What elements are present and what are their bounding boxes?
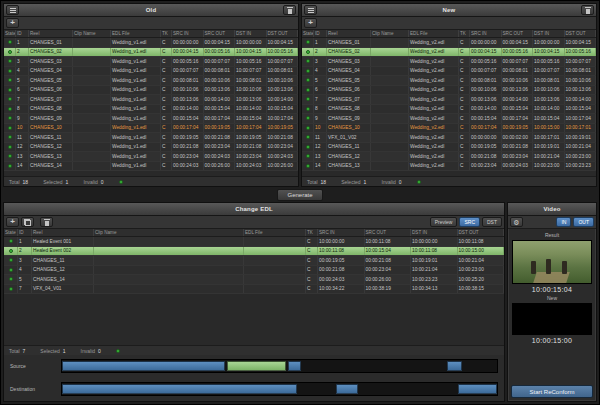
start-reconform-button[interactable]: Start ReConform <box>511 385 593 398</box>
table-row[interactable]: 8CHANGES_08Wedding_v2.edlC00:00:14:0000:… <box>302 105 596 115</box>
cell-src-in: 00:00:05:16 <box>172 57 204 66</box>
cell-clip-name <box>371 38 409 47</box>
table-row[interactable]: 1CHANGES_01Wedding_v2.edlC00:00:00:0000:… <box>302 38 596 48</box>
cell-tk: C <box>459 143 470 152</box>
table-row[interactable]: 6CHANGES_06Wedding_v1.edlC00:00:10:0600:… <box>4 86 298 96</box>
table-row[interactable]: 11VFX_01_V02Wedding_v2.edlC00:00:00:0000… <box>302 133 596 143</box>
table-row[interactable]: 14CHANGES_13Wedding_v2.edlC00:00:23:0400… <box>302 162 596 172</box>
table-row[interactable]: 13CHANGES_12Wedding_v2.edlC00:00:21:0800… <box>302 152 596 162</box>
cell-src-out: 00:00:24:03 <box>204 152 236 161</box>
video-settings-button[interactable]: ⚙ <box>510 217 523 227</box>
table-row[interactable]: 7CHANGES_07Wedding_v2.edlC00:00:13:0600:… <box>302 95 596 105</box>
timeline-segment[interactable] <box>227 361 286 371</box>
table-row[interactable]: 13CHANGES_13Wedding_v1.edlC00:00:23:0400… <box>4 152 298 162</box>
src-toggle-button[interactable]: SRC <box>459 217 480 227</box>
dst-toggle-button[interactable]: DST <box>482 217 502 227</box>
generate-row: Generate <box>1 187 599 202</box>
cell-dst-out: 10:00:05:16 <box>565 48 597 57</box>
old-add-button[interactable]: + <box>6 18 19 28</box>
in-button[interactable]: IN <box>556 217 571 227</box>
cell-dst-out: 10:00:21:04 <box>458 256 505 265</box>
column-header: ID <box>18 229 32 236</box>
cell-dst-in: 10:00:15:04 <box>235 114 267 123</box>
cell-tk: C <box>459 133 470 142</box>
cell-reel: CHANGES_12 <box>32 266 94 275</box>
video-panel: Video ⚙ IN OUT Result 10:00:15:04 <box>507 202 597 402</box>
table-row[interactable]: 4CHANGES_04Wedding_v2.edlC00:00:07:0700:… <box>302 67 596 77</box>
table-row[interactable]: 2CHANGES_02Wedding_v2.edlC00:00:04:1500:… <box>302 48 596 58</box>
cell-edl-file <box>244 285 306 294</box>
table-row[interactable]: 7VFX_04_V01C10:00:34:2210:00:38:1910:00:… <box>4 285 504 295</box>
timeline-segment[interactable] <box>62 361 225 371</box>
new-delete-button[interactable] <box>581 5 594 15</box>
table-row[interactable]: 12CHANGES_12Wedding_v1.edlC00:00:21:0800… <box>4 143 298 153</box>
old-delete-button[interactable] <box>283 5 296 15</box>
table-row[interactable]: 11CHANGES_11Wedding_v1.edlC00:00:19:0500… <box>4 133 298 143</box>
cell-dst-out: 10:00:11:08 <box>458 237 505 246</box>
new-menu-button[interactable] <box>304 5 317 15</box>
change-add-button[interactable]: + <box>6 217 19 227</box>
timeline-segment[interactable] <box>62 384 297 394</box>
cell-reel: CHANGES_03 <box>327 57 371 66</box>
invalid-value: 0 <box>98 348 101 354</box>
table-row[interactable]: 10CHANGES_10Wedding_v2.edlC00:00:17:0400… <box>302 124 596 134</box>
table-row[interactable]: 1Healed Event 001C10:00:00:0010:00:11:08… <box>4 237 504 247</box>
preview-button[interactable]: Preview <box>430 217 458 227</box>
status-dot <box>306 69 310 73</box>
timeline-segment[interactable] <box>458 384 497 394</box>
table-row[interactable]: 2CHANGES_02Wedding_v1.edlC00:00:04:1500:… <box>4 48 298 58</box>
timeline-segment[interactable] <box>336 384 358 394</box>
table-row[interactable]: 1CHANGES_01Wedding_v1.edlC00:00:00:0000:… <box>4 38 298 48</box>
column-header: Reel <box>29 30 73 37</box>
table-row[interactable]: 9CHANGES_09Wedding_v1.edlC00:00:15:0400:… <box>4 114 298 124</box>
column-header: DST IN <box>533 30 565 37</box>
table-row[interactable]: 12CHANGES_11Wedding_v2.edlC00:00:19:0500… <box>302 143 596 153</box>
table-row[interactable]: 8CHANGES_08Wedding_v1.edlC00:00:14:0000:… <box>4 105 298 115</box>
table-row[interactable]: 4CHANGES_12C00:00:21:0800:00:23:0410:00:… <box>4 266 504 276</box>
old-menu-button[interactable] <box>6 5 19 15</box>
cell-src-in: 00:00:10:06 <box>470 86 502 95</box>
timeline-segment[interactable] <box>447 361 462 371</box>
cell-reel: CHANGES_09 <box>327 114 371 123</box>
table-row[interactable]: 3CHANGES_03Wedding_v2.edlC00:00:05:1600:… <box>302 57 596 67</box>
cell-dst-in: 10:00:00:00 <box>533 38 565 47</box>
new-add-button[interactable]: + <box>304 18 317 28</box>
cell-src-in: 00:00:07:07 <box>172 67 204 76</box>
invalid-value: 0 <box>101 179 104 185</box>
table-row[interactable]: 7CHANGES_07Wedding_v1.edlC00:00:13:0600:… <box>4 95 298 105</box>
table-row[interactable]: 5CHANGES_05Wedding_v1.edlC00:00:08:0100:… <box>4 76 298 86</box>
cell-state <box>4 57 16 66</box>
cell-dst-in: 10:00:13:06 <box>235 95 267 104</box>
change-table-header: StateIDReelClip NameEDL FileTKSRC INSRC … <box>4 229 504 237</box>
timeline-segment[interactable] <box>288 361 301 371</box>
cell-edl-file: Wedding_v1.edl <box>111 76 161 85</box>
table-row[interactable]: 9CHANGES_09Wedding_v2.edlC00:00:15:0400:… <box>302 114 596 124</box>
cell-edl-file <box>244 247 306 256</box>
cell-reel: CHANGES_13 <box>327 162 371 171</box>
cell-src-out: 00:00:21:08 <box>204 133 236 142</box>
change-duplicate-button[interactable] <box>21 217 34 227</box>
table-row[interactable]: 3CHANGES_03Wedding_v1.edlC00:00:05:1600:… <box>4 57 298 67</box>
table-row[interactable]: 6CHANGES_06Wedding_v2.edlC00:00:10:0600:… <box>302 86 596 96</box>
destination-timeline-track[interactable] <box>61 382 498 396</box>
table-row[interactable]: 4CHANGES_04Wedding_v1.edlC00:00:07:0700:… <box>4 67 298 77</box>
cell-dst-in: 10:00:15:04 <box>533 114 565 123</box>
out-button[interactable]: OUT <box>573 217 594 227</box>
table-row[interactable]: 2Healed Event 002C10:00:11:0810:00:15:04… <box>4 247 504 257</box>
table-row[interactable]: 14CHANGES_14Wedding_v1.edlC00:00:24:0300… <box>4 162 298 172</box>
source-timeline-track[interactable] <box>61 359 498 373</box>
change-delete-button[interactable] <box>40 217 53 227</box>
top-panels: Old + StateIDReelClip NameEDL FileTKSRC … <box>1 1 599 187</box>
table-row[interactable]: 5CHANGES_14C00:00:24:0300:00:26:0010:00:… <box>4 275 504 285</box>
table-row[interactable]: 3CHANGES_11C00:00:19:0500:00:21:0810:00:… <box>4 256 504 266</box>
cell-tk: C <box>161 105 172 114</box>
cell-src-in: 00:00:15:04 <box>470 114 502 123</box>
cell-reel: CHANGES_12 <box>29 143 73 152</box>
generate-button[interactable]: Generate <box>277 189 322 201</box>
new-toolbar: + <box>302 17 596 30</box>
cell-state <box>4 266 18 275</box>
table-row[interactable]: 10CHANGES_10Wedding_v1.edlC00:00:17:0400… <box>4 124 298 134</box>
table-row[interactable]: 5CHANGES_05Wedding_v2.edlC00:00:08:0100:… <box>302 76 596 86</box>
cell-src-in: 00:00:14:00 <box>470 105 502 114</box>
plus-icon: + <box>308 19 313 27</box>
